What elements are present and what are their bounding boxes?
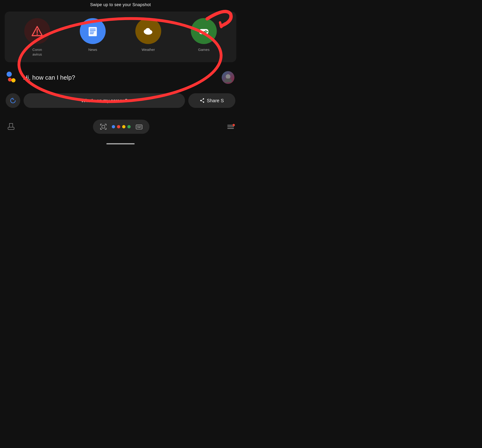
shortcut-item-news[interactable]: News [80, 18, 106, 52]
bottom-actions: What's on my screen? Share S [0, 91, 241, 110]
menu-notification-dot [233, 124, 235, 126]
toolbar-center-pill [93, 120, 149, 134]
svg-point-15 [205, 32, 206, 33]
warning-icon [31, 25, 43, 37]
cloud-icon [142, 25, 154, 37]
coronavirus-label: Coronavirus [32, 47, 42, 56]
menu-line-2 [227, 127, 234, 127]
svg-point-9 [144, 30, 153, 35]
shortcut-item-games[interactable]: Games [191, 18, 217, 52]
svg-rect-27 [139, 126, 140, 127]
svg-rect-4 [89, 27, 97, 36]
assistant-greeting: Hi, how can I help? [23, 74, 217, 81]
games-icon-circle[interactable] [191, 18, 217, 44]
dot-google-green [127, 125, 131, 128]
whats-on-screen-button[interactable]: What's on my screen? [23, 93, 185, 108]
avatar-image [222, 71, 234, 84]
svg-rect-21 [8, 127, 14, 129]
history-button[interactable] [6, 93, 20, 108]
share-button[interactable]: Share S [188, 93, 235, 108]
svg-rect-28 [140, 126, 141, 127]
swipe-hint: Swipe up to see your Snapshot [0, 0, 241, 7]
screen-button-label: What's on my screen? [81, 98, 127, 104]
svg-rect-12 [200, 31, 203, 32]
home-indicator[interactable] [106, 143, 135, 144]
svg-rect-17 [203, 31, 204, 32]
games-label: Games [198, 47, 210, 52]
dot-google-blue [112, 125, 115, 128]
share-icon [200, 98, 205, 103]
svg-rect-18 [204, 31, 205, 32]
svg-point-19 [226, 74, 230, 79]
google-assistant-logo [7, 72, 18, 83]
menu-line-3 [227, 128, 234, 129]
dot-google-red [117, 125, 120, 128]
inbox-tray-icon [7, 122, 15, 130]
coronavirus-icon-circle[interactable] [24, 18, 50, 44]
dot-yellow [11, 78, 16, 82]
history-icon [9, 97, 16, 104]
assistant-section: Hi, how can I help? [0, 66, 241, 88]
menu-button[interactable] [227, 125, 234, 129]
news-icon [87, 25, 99, 37]
bottom-toolbar [0, 115, 241, 138]
share-button-label: Share S [207, 98, 224, 104]
camera-scan-icon[interactable] [100, 123, 107, 130]
svg-rect-26 [138, 126, 139, 127]
google-color-dots [112, 125, 131, 128]
svg-point-14 [206, 31, 208, 32]
weather-icon-circle[interactable] [135, 18, 161, 44]
news-label: News [88, 47, 97, 52]
tray-icon[interactable] [7, 122, 15, 132]
weather-label: Weather [142, 47, 155, 52]
svg-point-20 [224, 79, 232, 82]
svg-rect-25 [137, 126, 138, 127]
shortcut-item-coronavirus[interactable]: Coronavirus [24, 18, 50, 56]
svg-point-13 [205, 30, 206, 31]
shortcuts-section: Coronavirus News Weather [5, 12, 236, 62]
svg-rect-29 [137, 127, 138, 128]
dot-blue [7, 72, 12, 77]
news-icon-circle[interactable] [80, 18, 106, 44]
avatar[interactable] [222, 71, 234, 84]
keyboard-icon[interactable] [135, 123, 143, 130]
svg-rect-23 [102, 125, 105, 128]
svg-point-3 [37, 33, 38, 35]
dot-google-yellow [122, 125, 125, 128]
svg-rect-31 [140, 127, 141, 128]
gamepad-icon [198, 25, 210, 37]
svg-rect-30 [138, 127, 140, 128]
shortcut-item-weather[interactable]: Weather [135, 18, 161, 52]
